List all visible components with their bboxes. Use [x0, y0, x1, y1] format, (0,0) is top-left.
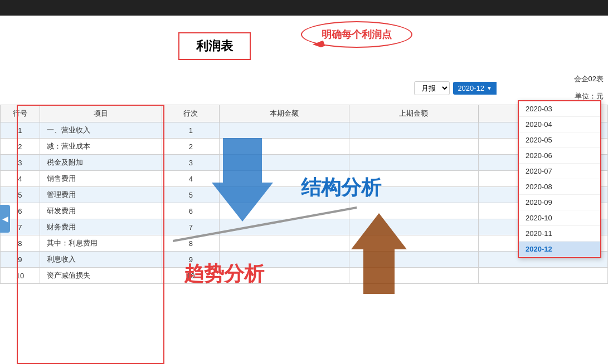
title-box: 利润表	[178, 32, 251, 60]
cell-hangno: 3	[1, 155, 40, 171]
cell-xiangmu: 财务费用	[40, 219, 162, 235]
cell-xiangmu: 销售费用	[40, 171, 162, 187]
table-header-row: 行号 项目 行次 本期金额 上期金额 本年金额	[1, 105, 608, 122]
dropdown-item-2020-08[interactable]: 2020-08	[519, 179, 600, 195]
cell-hangno: 8	[1, 235, 40, 252]
table-row: 1 一、营业收入 1	[1, 122, 608, 139]
cell-shangqi	[349, 155, 478, 171]
left-toggle-button[interactable]: ◀	[0, 205, 10, 233]
brown-up-arrow	[351, 213, 407, 294]
table-row: 10 资产减值损失 10	[1, 268, 608, 284]
toggle-icon: ◀	[2, 214, 8, 223]
dropdown-item-2020-12[interactable]: 2020-12	[519, 242, 600, 257]
date-select-button[interactable]: 2020-12 ▼	[453, 82, 497, 95]
jiegou-label: 结构分析	[301, 174, 381, 201]
svg-marker-2	[351, 213, 407, 294]
table-row: 9 利息收入 9	[1, 252, 608, 268]
cell-xiangmu: 管理费用	[40, 187, 162, 203]
cell-hangno: 10	[1, 268, 40, 284]
col-header-shangqi: 上期金额	[349, 105, 478, 122]
cell-xiangmu: 利息收入	[40, 252, 162, 268]
date-value: 2020-12	[458, 84, 484, 92]
table-row: 2 减：营业成本 2	[1, 139, 608, 155]
cell-xiangmu: 一、营业收入	[40, 122, 162, 139]
table-row: 3 税金及附加 3	[1, 155, 608, 171]
dropdown-item-2020-10[interactable]: 2020-10	[519, 210, 600, 226]
cell-xiangmu: 研发费用	[40, 203, 162, 219]
qushi-label: 趋势分析	[184, 260, 264, 288]
col-header-hangci: 行次	[162, 105, 220, 122]
cell-xiangmu: 税金及附加	[40, 155, 162, 171]
cell-hangci: 3	[162, 155, 220, 171]
dropdown-item-2020-06[interactable]: 2020-06	[519, 148, 600, 164]
col-header-hangno: 行号	[1, 105, 40, 122]
company-label: 会企02表	[574, 74, 604, 84]
cell-xiangmu: 减：营业成本	[40, 139, 162, 155]
period-select[interactable]: 月报 季报 年报	[414, 81, 450, 95]
col-header-benqi: 本期金额	[220, 105, 349, 122]
col-header-xiangmu: 项目	[40, 105, 162, 122]
cell-hangci: 4	[162, 171, 220, 187]
cell-hangci: 5	[162, 187, 220, 203]
cell-hangci: 2	[162, 139, 220, 155]
bubble-text: 明确每个利润点	[322, 29, 392, 40]
dropdown-item-2020-07[interactable]: 2020-07	[519, 164, 600, 179]
header-controls: 月报 季报 年报 2020-12 ▼	[414, 81, 497, 95]
top-bar	[0, 0, 608, 16]
speech-bubble: 明确每个利润点	[301, 21, 412, 48]
dropdown-item-2020-11[interactable]: 2020-11	[519, 226, 600, 242]
main-content: 利润表 明确每个利润点 会企02表 月报 季报 年报 2020-12 ▼ 单位：…	[0, 16, 608, 364]
date-dropdown[interactable]: 2020-03 2020-04 2020-05 2020-06 2020-07 …	[518, 100, 601, 258]
cell-shangqi	[349, 139, 478, 155]
cell-hangno: 1	[1, 122, 40, 139]
dropdown-item-2020-09[interactable]: 2020-09	[519, 195, 600, 210]
dropdown-item-2020-03[interactable]: 2020-03	[519, 101, 600, 117]
cell-benqi	[220, 122, 349, 139]
page-title: 利润表	[196, 39, 233, 53]
cell-hangno: 5	[1, 187, 40, 203]
cell-hangno: 4	[1, 171, 40, 187]
cell-bennian	[478, 268, 607, 284]
cell-xiangmu: 其中：利息费用	[40, 235, 162, 252]
cell-hangno: 9	[1, 252, 40, 268]
dropdown-item-2020-05[interactable]: 2020-05	[519, 132, 600, 148]
cell-hangci: 1	[162, 122, 220, 139]
chevron-down-icon: ▼	[487, 85, 492, 91]
cell-xiangmu: 资产减值损失	[40, 268, 162, 284]
svg-marker-0	[212, 138, 273, 222]
cell-hangno: 2	[1, 139, 40, 155]
blue-down-arrow	[212, 138, 273, 222]
dropdown-item-2020-04[interactable]: 2020-04	[519, 117, 600, 132]
cell-shangqi	[349, 122, 478, 139]
